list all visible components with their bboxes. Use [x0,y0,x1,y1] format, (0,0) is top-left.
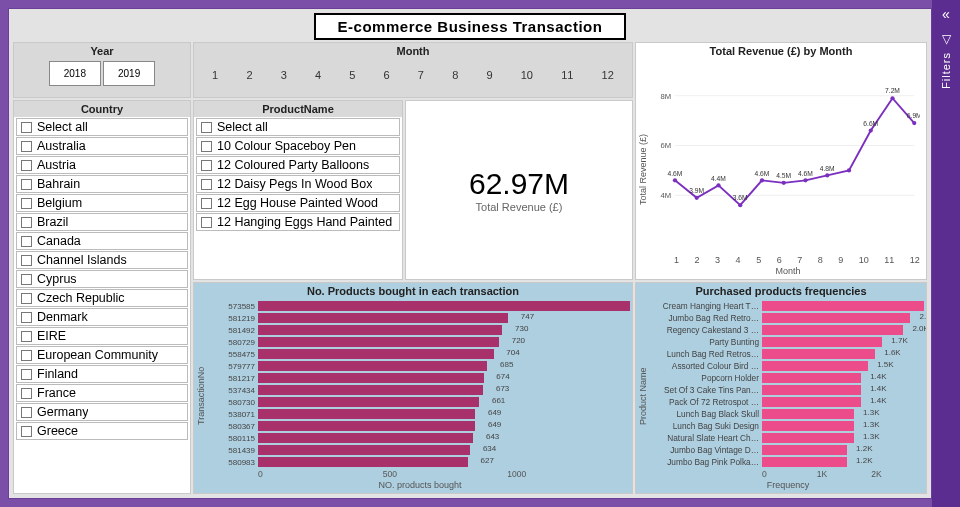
country-item[interactable]: Germany [16,403,188,421]
month-option-5[interactable]: 5 [345,67,359,83]
country-item[interactable]: Belgium [16,194,188,212]
bar-category: 581439 [210,446,258,455]
month-option-12[interactable]: 12 [598,67,618,83]
bar-category: 537434 [210,386,258,395]
country-item[interactable]: EIRE [16,327,188,345]
svg-text:3.9M: 3.9M [689,187,704,194]
bar: 634 [258,445,470,455]
month-option-10[interactable]: 10 [517,67,537,83]
bar: 661 [258,397,479,407]
bar-row[interactable]: 580367649 [210,421,630,431]
month-option-3[interactable]: 3 [277,67,291,83]
bar-row[interactable]: 580730661 [210,397,630,407]
bar-row[interactable]: Regency Cakestand 3 …2.0K [652,325,924,335]
bar-row[interactable]: 580729720 [210,337,630,347]
checkbox-icon [21,426,32,437]
bar: 649 [258,409,475,419]
country-item[interactable]: Czech Republic [16,289,188,307]
checkbox-icon [21,236,32,247]
bar-row[interactable]: 579777685 [210,361,630,371]
month-option-11[interactable]: 11 [557,67,577,83]
bar-row[interactable]: 5735851111 [210,301,630,311]
country-item[interactable]: Brazil [16,213,188,231]
country-item[interactable]: Greece [16,422,188,440]
bar-row[interactable]: Pack Of 72 Retrospot …1.4K [652,397,924,407]
bar-row[interactable]: Popcorn Holder1.4K [652,373,924,383]
bar-row[interactable]: Jumbo Bag Vintage D…1.2K [652,445,924,455]
line-ylabel: Total Revenue (£) [636,59,650,279]
bar-row[interactable]: 581219747 [210,313,630,323]
country-item[interactable]: Finland [16,365,188,383]
product-item[interactable]: 12 Egg House Painted Wood [196,194,400,212]
bar-row[interactable]: 538071649 [210,409,630,419]
month-option-1[interactable]: 1 [208,67,222,83]
product-item[interactable]: Select all [196,118,400,136]
filters-pane-collapsed[interactable]: « ▽ Filters [932,0,960,507]
bar-row[interactable]: Assorted Colour Bird …1.5K [652,361,924,371]
country-item[interactable]: Austria [16,156,188,174]
product-item[interactable]: 12 Daisy Pegs In Wood Box [196,175,400,193]
country-item[interactable]: Canada [16,232,188,250]
bar-value: 1.4K [870,372,886,381]
kpi-value: 62.97M [469,167,569,201]
bar-row[interactable]: Party Bunting1.7K [652,337,924,347]
country-item[interactable]: Channel Islands [16,251,188,269]
filters-pane-label[interactable]: Filters [940,52,952,89]
bar-category: Lunch Bag Suki Design [652,421,762,431]
country-item[interactable]: Cyprus [16,270,188,288]
bar: 720 [258,337,499,347]
checkbox-icon [201,179,212,190]
bar: 1111 [258,301,630,311]
bar-row[interactable]: Natural Slate Heart Ch…1.3K [652,433,924,443]
checkbox-icon [21,255,32,266]
expand-chevron-icon[interactable]: « [942,6,950,22]
country-item[interactable]: Select all [16,118,188,136]
bar-value: 685 [500,360,513,369]
product-item[interactable]: 10 Colour Spaceboy Pen [196,137,400,155]
svg-text:4.6M: 4.6M [668,170,683,177]
month-option-4[interactable]: 4 [311,67,325,83]
bar-xtick: 1K [817,469,872,479]
bar-category: 579777 [210,362,258,371]
bar-row[interactable]: Set Of 3 Cake Tins Pan…1.4K [652,385,924,395]
bar-value: 627 [481,456,494,465]
bar-row[interactable]: Lunch Bag Red Retros…1.6K [652,349,924,359]
bar-row[interactable]: 580983627 [210,457,630,467]
month-option-7[interactable]: 7 [414,67,428,83]
year-option-2018[interactable]: 2018 [49,61,101,86]
bar-category: Set Of 3 Cake Tins Pan… [652,385,762,395]
country-item[interactable]: Australia [16,137,188,155]
dashboard-canvas: E-commerce Business Transaction Year 201… [8,8,932,499]
bar-row[interactable]: 558475704 [210,349,630,359]
bar: 2.0K [762,325,903,335]
month-option-2[interactable]: 2 [242,67,256,83]
bar-row[interactable]: Lunch Bag Black Skull1.3K [652,409,924,419]
bar-row[interactable]: Cream Hanging Heart T…2.3K [652,301,924,311]
bar-row[interactable]: 581439634 [210,445,630,455]
bar-row[interactable]: Lunch Bag Suki Design1.3K [652,421,924,431]
bar-row[interactable]: Jumbo Bag Red Retro…2.1K [652,313,924,323]
month-option-9[interactable]: 9 [482,67,496,83]
product-item[interactable]: 12 Hanging Eggs Hand Painted [196,213,400,231]
bar-value: 661 [492,396,505,405]
bar-value: 674 [496,372,509,381]
bar-category: Pack Of 72 Retrospot … [652,397,762,407]
bar-row[interactable]: 581492730 [210,325,630,335]
country-item[interactable]: European Community [16,346,188,364]
month-option-8[interactable]: 8 [448,67,462,83]
country-item[interactable]: Bahrain [16,175,188,193]
bar: 673 [258,385,483,395]
year-option-2019[interactable]: 2019 [103,61,155,86]
filter-icon[interactable]: ▽ [942,32,951,46]
country-label: Australia [37,139,86,153]
bar-row[interactable]: 537434673 [210,385,630,395]
bar-row[interactable]: 580115643 [210,433,630,443]
product-item[interactable]: 12 Coloured Party Balloons [196,156,400,174]
country-label: Denmark [37,310,88,324]
country-item[interactable]: France [16,384,188,402]
bar-category: Jumbo Bag Pink Polka… [652,457,762,467]
country-item[interactable]: Denmark [16,308,188,326]
bar-row[interactable]: 581217674 [210,373,630,383]
month-option-6[interactable]: 6 [380,67,394,83]
bar-row[interactable]: Jumbo Bag Pink Polka…1.2K [652,457,924,467]
